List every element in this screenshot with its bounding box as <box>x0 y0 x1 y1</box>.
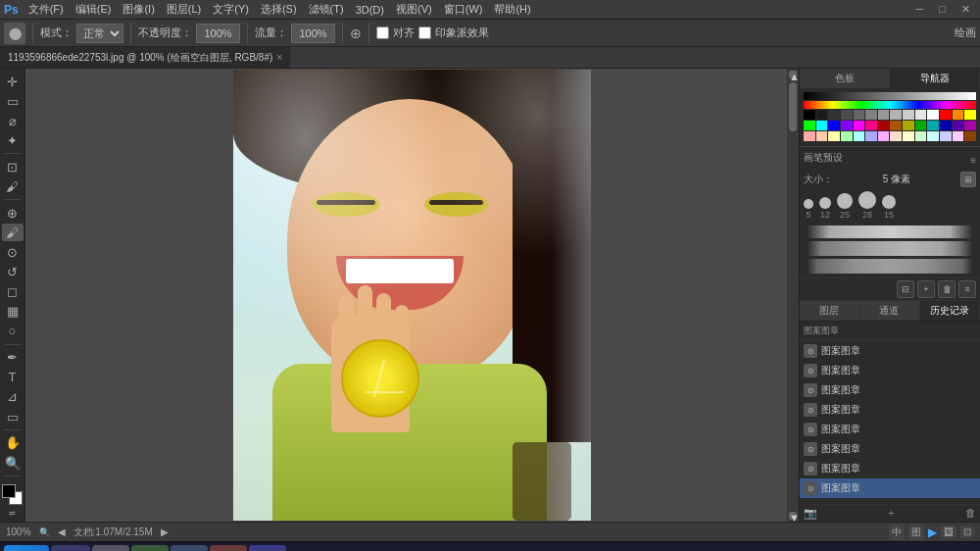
status-icon-2[interactable]: 图 <box>908 525 924 540</box>
close-btn[interactable]: ✕ <box>956 3 976 16</box>
menu-item-window[interactable]: 窗口(W) <box>438 2 489 17</box>
color-swatch[interactable] <box>964 131 976 141</box>
status-icon-1[interactable]: 中 <box>889 525 905 540</box>
canvas-area[interactable]: ▲ ▼ <box>25 69 799 522</box>
move-tool[interactable]: ✛ <box>2 73 24 90</box>
brush-preset-3[interactable] <box>804 259 976 274</box>
history-delete-btn[interactable]: 🗑 <box>965 507 976 520</box>
color-swatch[interactable] <box>903 110 914 120</box>
status-icon-5[interactable]: ⊡ <box>960 526 974 538</box>
status-icon-3[interactable]: ▶ <box>928 526 937 539</box>
magic-wand-tool[interactable]: ✦ <box>2 131 24 149</box>
menu-item-help[interactable]: 帮助(H) <box>488 2 536 17</box>
menu-item-edit[interactable]: 编辑(E) <box>70 2 118 17</box>
healing-tool[interactable]: ⊕ <box>2 204 24 222</box>
brush-options-btn[interactable]: ⊞ <box>960 172 976 187</box>
lasso-tool[interactable]: ⌀ <box>2 112 24 129</box>
color-swatch[interactable] <box>865 131 877 141</box>
tab-channels[interactable]: 通道 <box>859 301 919 321</box>
color-swatch[interactable] <box>915 110 927 120</box>
color-swatch[interactable] <box>927 121 939 130</box>
color-swatch[interactable] <box>890 121 902 130</box>
brush-preset-1[interactable] <box>804 225 976 238</box>
color-swatch[interactable] <box>804 131 815 141</box>
color-swatch[interactable] <box>804 110 815 120</box>
tab-close-btn[interactable]: × <box>276 52 282 63</box>
color-swatch[interactable] <box>927 110 939 120</box>
opacity-input[interactable] <box>196 24 240 43</box>
color-swatch[interactable] <box>890 131 902 141</box>
list-item[interactable]: ⊙ 图案图章 <box>800 439 980 459</box>
color-swatch[interactable] <box>953 110 964 120</box>
history-item-top[interactable]: 图案图章 <box>800 322 980 341</box>
history-snapshot-btn[interactable]: 📷 <box>804 507 817 520</box>
eyedropper-tool[interactable]: 🖌 <box>2 177 24 195</box>
color-swatch[interactable] <box>804 121 815 130</box>
tab-color[interactable]: 色板 <box>800 69 890 88</box>
path-tool[interactable]: ⊿ <box>2 388 24 406</box>
color-swatch[interactable] <box>816 131 828 141</box>
airbrush-icon[interactable]: ⊕ <box>350 25 362 41</box>
color-swatch[interactable] <box>915 121 927 130</box>
taskbar-feixin-btn[interactable]: ✈ <box>171 545 208 552</box>
color-swatch[interactable] <box>828 110 840 120</box>
list-item[interactable]: ⊙ 图案图章 <box>800 400 980 420</box>
color-swatch[interactable] <box>841 110 853 120</box>
nav-right-arrow[interactable]: ▶ <box>161 526 169 537</box>
brush-tool active[interactable]: 🖌 <box>2 224 24 241</box>
color-swatch[interactable] <box>854 121 865 130</box>
vertical-scrollbar[interactable]: ▲ ▼ <box>787 69 799 522</box>
color-swatch[interactable] <box>854 110 865 120</box>
mode-select[interactable]: 正常 <box>76 24 123 43</box>
color-swatch[interactable] <box>940 110 952 120</box>
eraser-tool[interactable]: ◻ <box>2 283 24 301</box>
brush-menu[interactable]: ≡ <box>958 280 976 298</box>
list-item[interactable]: ⊙ 图案图章 <box>800 420 980 439</box>
gradient-tool[interactable]: ▦ <box>2 303 24 321</box>
color-swatch[interactable] <box>816 110 828 120</box>
color-swatch[interactable] <box>841 121 853 130</box>
clone-tool[interactable]: ⊙ <box>2 243 24 261</box>
color-swatch[interactable] <box>903 131 914 141</box>
menu-item-image[interactable]: 图像(I) <box>117 2 160 17</box>
maximize-btn[interactable]: □ <box>933 3 952 16</box>
zoom-tool[interactable]: 🔍 <box>2 454 24 472</box>
scroll-up-arrow[interactable]: ▲ <box>789 71 797 78</box>
tab-history[interactable]: 历史记录 <box>920 301 980 321</box>
color-swatch[interactable] <box>828 131 840 141</box>
shape-tool[interactable]: ▭ <box>2 408 24 426</box>
color-swatch[interactable] <box>927 131 939 141</box>
menu-item-view[interactable]: 视图(V) <box>390 2 438 17</box>
tab-layers[interactable]: 图层 <box>800 301 859 321</box>
menu-item-select[interactable]: 选择(S) <box>255 2 303 17</box>
brush-preset-2[interactable] <box>804 241 976 256</box>
color-swatch[interactable] <box>964 121 976 130</box>
color-swatch[interactable] <box>953 121 964 130</box>
brush-new[interactable]: + <box>917 280 935 298</box>
color-swatch[interactable] <box>816 121 828 130</box>
list-item[interactable]: ⊙ 图案图章 <box>800 341 980 361</box>
taskbar-word-btn[interactable]: W <box>249 545 286 552</box>
taskbar-opera-btn[interactable]: O <box>210 545 247 552</box>
brush-delete[interactable]: 🗑 <box>938 280 956 298</box>
list-item[interactable]: ⊙ 图案图章 <box>800 459 980 478</box>
brush-view-toggle[interactable]: ⊟ <box>897 280 914 298</box>
taskbar-search-btn[interactable]: 搜 <box>51 545 90 552</box>
minimize-btn[interactable]: ─ <box>910 3 930 16</box>
color-swatch[interactable] <box>953 131 964 141</box>
color-swatch[interactable] <box>854 131 865 141</box>
color-swatch[interactable] <box>828 121 840 130</box>
swap-colors-icon[interactable]: ⇄ <box>9 509 16 518</box>
taskbar-chat-btn[interactable]: 聊天 <box>131 545 169 552</box>
color-swatch[interactable] <box>964 110 976 120</box>
flow-input[interactable] <box>291 24 335 43</box>
foreground-color[interactable] <box>2 484 16 498</box>
crop-tool[interactable]: ⊡ <box>2 158 24 175</box>
color-swatch[interactable] <box>878 110 890 120</box>
color-swatch[interactable] <box>841 131 853 141</box>
history-new-btn[interactable]: + <box>888 507 894 520</box>
menu-item-filter[interactable]: 滤镜(T) <box>303 2 350 17</box>
history-brush-tool[interactable]: ↺ <box>2 264 24 281</box>
pen-tool[interactable]: ✒ <box>2 349 24 367</box>
taskbar-npt-btn[interactable]: NPT <box>92 545 129 552</box>
